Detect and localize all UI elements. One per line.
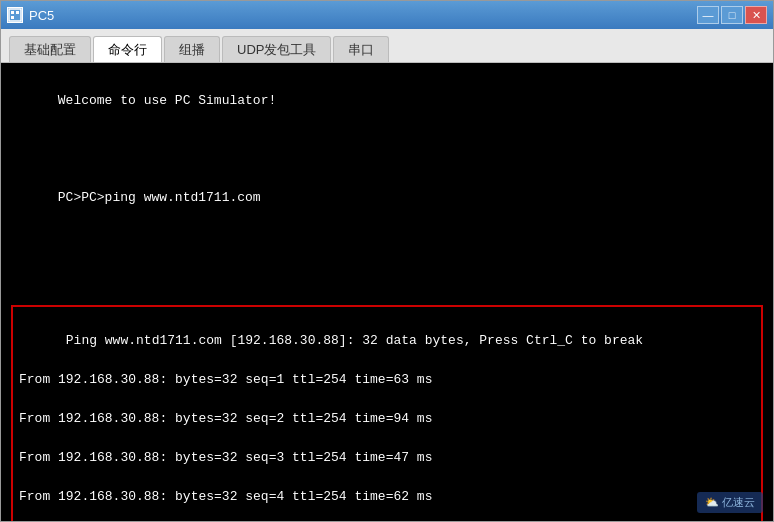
watermark: ⛅ 亿速云 bbox=[697, 492, 763, 513]
title-bar-left: PC5 bbox=[7, 7, 54, 23]
welcome-line: Welcome to use PC Simulator! bbox=[58, 93, 276, 108]
ping-seq2: From 192.168.30.88: bytes=32 seq=2 ttl=2… bbox=[19, 411, 432, 426]
maximize-button[interactable]: □ bbox=[721, 6, 743, 24]
title-bar: PC5 — □ ✕ bbox=[1, 1, 773, 29]
watermark-text: ⛅ bbox=[705, 496, 722, 508]
prompt-1: PC> bbox=[58, 190, 81, 205]
tab-bar: 基础配置 命令行 组播 UDP发包工具 串口 bbox=[1, 29, 773, 63]
ping-seq3: From 192.168.30.88: bytes=32 seq=3 ttl=2… bbox=[19, 450, 432, 465]
svg-rect-0 bbox=[9, 9, 21, 21]
close-button[interactable]: ✕ bbox=[745, 6, 767, 24]
tab-serial[interactable]: 串口 bbox=[333, 36, 389, 62]
watermark-label: 亿速云 bbox=[722, 496, 755, 508]
tab-basic-config[interactable]: 基础配置 bbox=[9, 36, 91, 62]
svg-rect-1 bbox=[11, 11, 14, 14]
ping-seq4: From 192.168.30.88: bytes=32 seq=4 ttl=2… bbox=[19, 489, 432, 504]
svg-rect-3 bbox=[11, 16, 14, 19]
svg-rect-2 bbox=[16, 11, 19, 14]
window-icon bbox=[7, 7, 23, 23]
ping-command-line: PC>PC>ping www.ntd1711.com bbox=[58, 190, 261, 205]
terminal-container[interactable]: Welcome to use PC Simulator! PC>PC>ping … bbox=[1, 63, 773, 521]
terminal-output: Welcome to use PC Simulator! PC>PC>ping … bbox=[11, 71, 763, 305]
title-bar-controls: — □ ✕ bbox=[697, 6, 767, 24]
minimize-button[interactable]: — bbox=[697, 6, 719, 24]
tab-multicast[interactable]: 组播 bbox=[164, 36, 220, 62]
tab-command-line[interactable]: 命令行 bbox=[93, 36, 162, 62]
window-title: PC5 bbox=[29, 8, 54, 23]
window: PC5 — □ ✕ 基础配置 命令行 组播 UDP发包工具 串口 Welcome… bbox=[0, 0, 774, 522]
ping-header: Ping www.ntd1711.com [192.168.30.88]: 32… bbox=[66, 333, 643, 348]
ping-result-box: Ping www.ntd1711.com [192.168.30.88]: 32… bbox=[11, 305, 763, 521]
tab-udp-tool[interactable]: UDP发包工具 bbox=[222, 36, 331, 62]
ping-command: PC>ping www.ntd1711.com bbox=[81, 190, 260, 205]
ping-seq1: From 192.168.30.88: bytes=32 seq=1 ttl=2… bbox=[19, 372, 432, 387]
